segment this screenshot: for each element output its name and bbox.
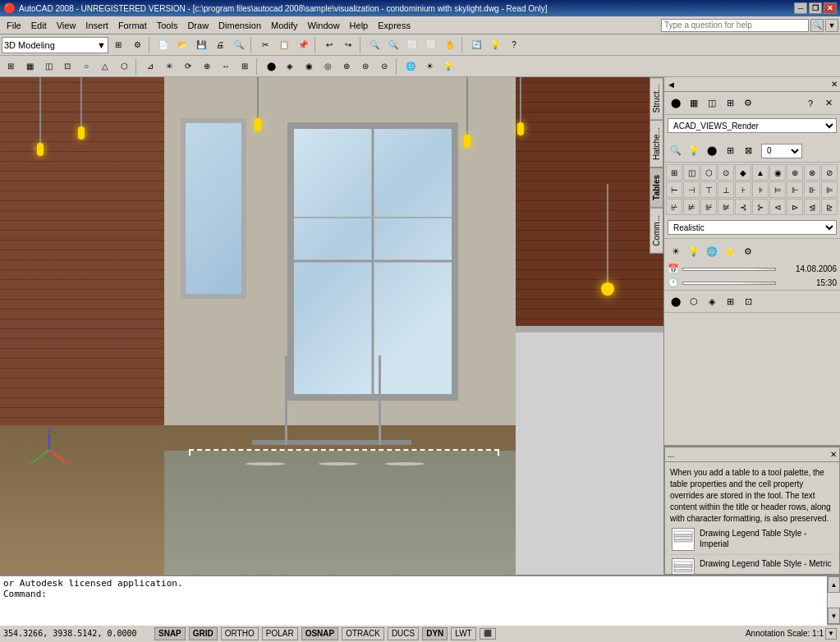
tb2-btn17[interactable]: ◎ — [319, 57, 337, 76]
menu-view[interactable]: View — [52, 19, 81, 32]
tb-pan-btn[interactable]: ✋ — [441, 36, 459, 54]
tool-17[interactable]: ⊨ — [769, 181, 786, 198]
tool-22[interactable]: ⊭ — [683, 199, 700, 215]
tb2-btn4[interactable]: ⊡ — [58, 57, 76, 76]
tb2-btn10[interactable]: ⟳ — [179, 57, 197, 76]
tb2-btn6[interactable]: △ — [96, 57, 114, 76]
menu-file[interactable]: File — [2, 19, 26, 32]
light-icon-3[interactable]: ⭐ — [722, 243, 738, 259]
menu-draw[interactable]: Draw — [182, 19, 213, 32]
tb2-btn8[interactable]: ⊿ — [141, 57, 159, 76]
cmd-scroll-up[interactable]: ▲ — [828, 576, 840, 593]
list-item[interactable]: Drawing Legend Table Style - Imperial — [670, 525, 834, 555]
tb2-btn14[interactable]: ⬤ — [262, 57, 280, 76]
tb2-render3[interactable]: 💡 — [439, 57, 457, 76]
menu-format[interactable]: Format — [113, 19, 152, 32]
tb2-btn5[interactable]: ○ — [77, 57, 95, 76]
menu-express[interactable]: Express — [373, 19, 415, 32]
tb2-btn11[interactable]: ⊕ — [198, 57, 216, 76]
rpanel-close-btn[interactable]: ✕ — [831, 80, 838, 89]
tb2-btn1[interactable]: ⊞ — [2, 57, 20, 76]
layer-icon-3[interactable]: ⬤ — [704, 143, 720, 159]
nav-icon-4[interactable]: ⊞ — [722, 293, 738, 310]
tb2-btn12[interactable]: ↔ — [217, 57, 235, 76]
close-button[interactable]: ✕ — [824, 2, 837, 14]
dyn-button[interactable]: DYN — [422, 627, 448, 640]
tool-6[interactable]: ▲ — [752, 164, 769, 181]
date-slider[interactable] — [682, 268, 776, 271]
workspace-combo[interactable]: 3D Modeling ▼ — [2, 37, 108, 53]
tb-open-btn[interactable]: 📂 — [173, 36, 191, 54]
menu-insert[interactable]: Insert — [80, 19, 113, 32]
tb2-btn15[interactable]: ◈ — [281, 57, 299, 76]
layer-icon-1[interactable]: 🔍 — [668, 143, 684, 159]
tool-14[interactable]: ⊥ — [718, 181, 734, 198]
layer-icon-5[interactable]: ⊠ — [740, 143, 756, 159]
rp-icon-4[interactable]: ⊞ — [722, 95, 738, 112]
tb-zoom-extents-btn[interactable]: ⬜ — [403, 36, 421, 54]
rp-help[interactable]: ? — [802, 95, 819, 112]
ann-scale-dropdown[interactable]: ▼ — [825, 628, 837, 640]
menu-modify[interactable]: Modify — [266, 19, 302, 32]
tb-render-btn[interactable]: 💡 — [486, 36, 504, 54]
tool-29[interactable]: ⊴ — [804, 199, 820, 215]
tool-21[interactable]: ⊬ — [666, 199, 682, 215]
tool-4[interactable]: ⊙ — [718, 164, 734, 181]
tb-cut-btn[interactable]: ✂ — [256, 36, 274, 54]
tool-25[interactable]: ⊰ — [735, 199, 751, 215]
menu-window[interactable]: Window — [302, 19, 344, 32]
search-options-button[interactable]: ▼ — [825, 19, 838, 32]
nav-icon-2[interactable]: ⬡ — [686, 293, 702, 310]
tb2-btn9[interactable]: ✳ — [160, 57, 178, 76]
sun-icon[interactable]: ☀ — [668, 243, 684, 259]
nav-icon-3[interactable]: ◈ — [704, 293, 720, 310]
menu-dimension[interactable]: Dimension — [213, 19, 266, 32]
tb-customize-btn[interactable]: ⚙ — [128, 36, 146, 54]
viewport[interactable]: Z X Y — [0, 77, 663, 575]
tool-3[interactable]: ⬡ — [700, 164, 717, 181]
tb-print-btn[interactable]: 🖨 — [211, 36, 229, 54]
layer-combo[interactable]: 0 — [761, 144, 802, 158]
tool-20[interactable]: ⊫ — [821, 181, 838, 198]
tool-15[interactable]: ⊦ — [735, 181, 751, 198]
tb-zoom-window-btn[interactable]: ⬜ — [422, 36, 440, 54]
tb-print-preview-btn[interactable]: 🔍 — [230, 36, 248, 54]
menu-help[interactable]: Help — [345, 19, 374, 32]
tool-23[interactable]: ⊮ — [700, 199, 717, 215]
settings-icon[interactable]: ⚙ — [740, 243, 756, 259]
time-slider[interactable] — [682, 282, 776, 285]
rp-close2[interactable]: ✕ — [820, 95, 837, 112]
layer-icon-2[interactable]: 💡 — [686, 143, 702, 159]
tool-5[interactable]: ◆ — [735, 164, 751, 181]
tool-27[interactable]: ⊲ — [769, 199, 786, 215]
float-panel-close[interactable]: ✕ — [830, 450, 837, 459]
vtab-struct[interactable]: Struct... — [650, 77, 663, 120]
vtab-tables[interactable]: Tables — [650, 167, 663, 208]
rp-icon-3[interactable]: ◫ — [704, 95, 720, 112]
tb-zoom-in-btn[interactable]: 🔍 — [365, 36, 383, 54]
grid-button[interactable]: GRID — [189, 627, 218, 640]
tb-icons-btn[interactable]: ⊞ — [109, 36, 127, 54]
model-space-btn[interactable]: ⬛ — [480, 628, 496, 640]
menu-edit[interactable]: Edit — [26, 19, 52, 32]
rp-icon-2[interactable]: ▦ — [686, 95, 702, 112]
tool-10[interactable]: ⊘ — [821, 164, 838, 181]
tool-1[interactable]: ⊞ — [666, 164, 682, 181]
nav-icon-5[interactable]: ⊡ — [740, 293, 756, 310]
search-button[interactable]: 🔍 — [810, 19, 824, 32]
list-item[interactable]: Drawing Legend Table Style - Metric — [670, 555, 834, 574]
tb-help-btn[interactable]: ? — [505, 36, 523, 54]
tool-18[interactable]: ⊩ — [787, 181, 803, 198]
tb-undo-btn[interactable]: ↩ — [320, 36, 338, 54]
rpanel-collapse-btn[interactable]: ◄ — [667, 80, 676, 89]
tb-paste-btn[interactable]: 📌 — [294, 36, 312, 54]
ducs-button[interactable]: DUCS — [388, 627, 419, 640]
tool-8[interactable]: ⊕ — [787, 164, 803, 181]
tb2-render2[interactable]: ☀ — [420, 57, 438, 76]
lwt-button[interactable]: LWT — [451, 627, 475, 640]
light-icon-2[interactable]: 🌐 — [704, 243, 720, 259]
otrack-button[interactable]: OTRACK — [342, 627, 384, 640]
search-input[interactable] — [661, 19, 809, 32]
tool-9[interactable]: ⊗ — [804, 164, 820, 181]
tool-7[interactable]: ◉ — [769, 164, 786, 181]
